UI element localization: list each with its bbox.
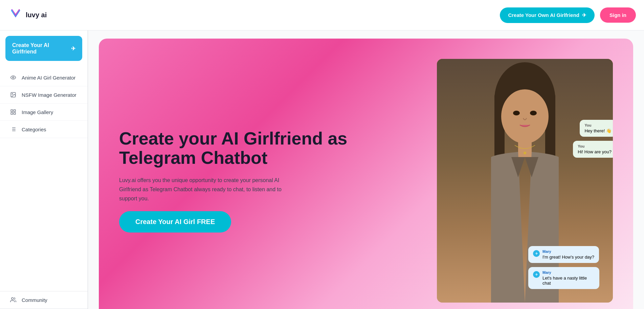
bubble-label: Mary bbox=[542, 270, 595, 274]
chat-overlay: You Hey there! 👋 You Hi! How are you? bbox=[542, 120, 613, 158]
sidebar-item-label: Community bbox=[22, 297, 47, 303]
svg-rect-6 bbox=[14, 113, 16, 114]
signin-button[interactable]: Sign in bbox=[600, 7, 636, 23]
chat-bubbles-bottom: ✈ Mary I'm great! How's your day? ✈ Mary… bbox=[528, 246, 609, 289]
signin-label: Sign in bbox=[609, 12, 626, 18]
chat-bubble-mary-2: ✈ Mary Let's have a nasty little chat bbox=[528, 267, 599, 289]
bubble-label: You bbox=[584, 123, 612, 127]
sidebar-item-image-gallery[interactable]: Image Gallery bbox=[0, 104, 88, 121]
sidebar-create-button[interactable]: Create Your AI Girlfriend ✈ bbox=[5, 36, 82, 61]
sidebar-item-label: Anime AI Girl Generator bbox=[22, 75, 75, 81]
sidebar-nav: Anime AI Girl Generator NSFW Image Gener… bbox=[0, 69, 88, 138]
sidebar-item-nsfw-image[interactable]: NSFW Image Generator bbox=[0, 86, 88, 104]
hero-right: You Hey there! 👋 You Hi! How are you? ✈ bbox=[437, 59, 613, 303]
hero-title: Create your AI Girlfriend as Telegram Ch… bbox=[119, 129, 423, 168]
svg-point-19 bbox=[501, 89, 549, 144]
chat-bubble-you-2: You Hi! How are you? bbox=[573, 141, 613, 158]
list-icon bbox=[9, 126, 17, 132]
hero-cta-label: Create Your AI Girl FREE bbox=[135, 218, 215, 225]
hero-description: Luvy.ai offers you the unique opportunit… bbox=[119, 176, 288, 203]
hero-left: Create your AI Girlfriend as Telegram Ch… bbox=[119, 59, 423, 303]
logo-icon bbox=[8, 8, 23, 23]
send-icon-sidebar: ✈ bbox=[71, 45, 75, 52]
image-icon bbox=[9, 92, 17, 98]
header-right: Create Your Own AI Girlfriend ✈ Sign in bbox=[500, 7, 636, 23]
svg-point-23 bbox=[524, 152, 526, 154]
logo-text: luvy ai bbox=[26, 11, 47, 19]
sidebar-bottom: Community Pricing bbox=[0, 286, 88, 309]
sidebar-create-label: Create Your AI Girlfriend bbox=[12, 42, 68, 55]
svg-point-13 bbox=[12, 297, 14, 300]
eye-icon bbox=[9, 74, 17, 81]
layout: Create Your AI Girlfriend ✈ Anime AI Gir… bbox=[0, 30, 644, 309]
svg-point-2 bbox=[12, 94, 13, 94]
hero-cta-button[interactable]: Create Your AI Girl FREE bbox=[119, 211, 231, 233]
telegram-icon-2: ✈ bbox=[533, 271, 540, 278]
svg-rect-5 bbox=[11, 113, 13, 114]
gallery-icon bbox=[9, 109, 17, 115]
svg-point-0 bbox=[13, 77, 14, 79]
svg-point-20 bbox=[513, 111, 520, 115]
bubble-text: Hi! How are you? bbox=[578, 149, 612, 154]
sidebar: Create Your AI Girlfriend ✈ Anime AI Gir… bbox=[0, 30, 88, 309]
sidebar-item-community[interactable]: Community bbox=[0, 291, 88, 308]
header: luvy ai Create Your Own AI Girlfriend ✈ … bbox=[0, 0, 644, 30]
bubble-label: Mary bbox=[542, 249, 594, 253]
bubble-text: Hey there! 👋 bbox=[584, 128, 612, 133]
sidebar-item-label: Categories bbox=[22, 127, 46, 132]
main-content: Create your AI Girlfriend as Telegram Ch… bbox=[88, 30, 644, 309]
girl-image: You Hey there! 👋 You Hi! How are you? ✈ bbox=[437, 59, 613, 303]
sidebar-item-label: Image Gallery bbox=[22, 109, 53, 115]
header-create-button[interactable]: Create Your Own AI Girlfriend ✈ bbox=[500, 7, 595, 23]
svg-rect-4 bbox=[14, 110, 16, 112]
bubble-content: Mary Let's have a nasty little chat bbox=[542, 270, 595, 286]
sidebar-item-anime-ai-girl[interactable]: Anime AI Girl Generator bbox=[0, 69, 88, 86]
sidebar-item-label: NSFW Image Generator bbox=[22, 92, 76, 98]
bubble-label: You bbox=[578, 144, 612, 148]
telegram-icon: ✈ bbox=[533, 250, 540, 257]
bubble-text: Let's have a nasty little chat bbox=[542, 275, 595, 286]
chat-bubble-mary-1: ✈ Mary I'm great! How's your day? bbox=[528, 246, 599, 263]
svg-rect-3 bbox=[11, 110, 13, 112]
sidebar-item-categories[interactable]: Categories bbox=[0, 121, 88, 138]
svg-point-21 bbox=[530, 111, 537, 115]
bubble-content: Mary I'm great! How's your day? bbox=[542, 249, 594, 260]
send-icon: ✈ bbox=[582, 12, 586, 18]
hero-card: Create your AI Girlfriend as Telegram Ch… bbox=[99, 39, 633, 309]
logo: luvy ai bbox=[8, 8, 47, 23]
header-create-label: Create Your Own AI Girlfriend bbox=[508, 12, 579, 18]
chat-bubble-you-1: You Hey there! 👋 bbox=[580, 120, 613, 137]
bubble-text: I'm great! How's your day? bbox=[542, 255, 594, 260]
community-icon bbox=[9, 297, 17, 303]
